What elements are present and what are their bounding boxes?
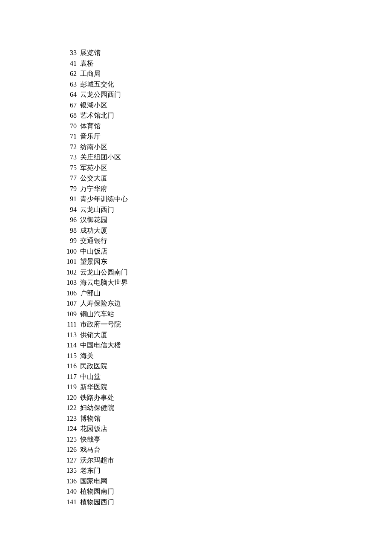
list-item: 79万宁华府	[62, 184, 392, 194]
list-item: 96汉御花园	[62, 215, 392, 225]
list-item-label: 国家电网	[80, 476, 107, 487]
list-item-number: 127	[62, 455, 77, 466]
list-item-number: 100	[62, 246, 77, 257]
list-item-label: 户部山	[80, 288, 101, 299]
list-item-number: 141	[62, 497, 77, 508]
list-item: 101望景园东	[62, 257, 392, 267]
list-item: 68艺术馆北门	[62, 110, 392, 121]
list-item: 116民政医院	[62, 361, 392, 372]
list-item: 120铁路办事处	[62, 393, 392, 403]
list-item-label: 军苑小区	[80, 163, 107, 173]
list-item-number: 68	[62, 110, 77, 121]
list-item: 99交通银行	[62, 236, 392, 246]
list-item-number: 109	[62, 309, 77, 320]
list-item: 94云龙山西门	[62, 205, 392, 215]
list-item-label: 公交大厦	[80, 173, 107, 184]
list-item-label: 万宁华府	[80, 184, 107, 194]
list-item-label: 植物园西门	[80, 497, 114, 508]
list-item-number: 123	[62, 413, 77, 424]
list-item-label: 体育馆	[80, 121, 101, 132]
list-item: 71音乐厅	[62, 131, 392, 142]
list-item-number: 62	[62, 69, 77, 79]
list-item-number: 120	[62, 393, 77, 403]
list-item-label: 展览馆	[80, 48, 101, 58]
list-item-number: 79	[62, 184, 77, 194]
list-item: 98成功大厦	[62, 225, 392, 236]
list-item-label: 音乐厅	[80, 131, 101, 142]
list-item: 135老东门	[62, 465, 392, 476]
list-item-label: 戏马台	[80, 445, 101, 455]
list-item-label: 新华医院	[80, 382, 107, 393]
list-item-label: 纺南小区	[80, 142, 107, 153]
list-item: 119新华医院	[62, 382, 392, 393]
list-item-number: 77	[62, 173, 77, 184]
list-item-number: 102	[62, 267, 77, 278]
list-item-number: 103	[62, 278, 77, 288]
list-item: 124花园饭店	[62, 424, 392, 434]
list-item: 72纺南小区	[62, 142, 392, 153]
list-item: 41袁桥	[62, 58, 392, 69]
list-item: 123博物馆	[62, 413, 392, 424]
list-item: 63彭城五交化	[62, 79, 392, 90]
list-item-number: 124	[62, 424, 77, 434]
list-item: 91青少年训练中心	[62, 194, 392, 205]
location-list: 33展览馆41袁桥62工商局63彭城五交化64云龙公园西门67银湖小区68艺术馆…	[0, 0, 392, 507]
list-item: 140植物园南门	[62, 486, 392, 497]
list-item-label: 人寿保险东边	[80, 298, 121, 309]
list-item-label: 中国电信大楼	[80, 340, 121, 351]
list-item: 127沃尔玛超市	[62, 455, 392, 466]
list-item: 102云龙山公园南门	[62, 267, 392, 278]
list-item-label: 植物园南门	[80, 486, 114, 497]
list-item-label: 望景园东	[80, 257, 107, 267]
list-item-number: 64	[62, 90, 77, 100]
list-item: 33展览馆	[62, 48, 392, 58]
list-item: 126戏马台	[62, 445, 392, 455]
list-item-label: 工商局	[80, 69, 101, 79]
list-item-label: 中山饭店	[80, 246, 107, 257]
list-item-number: 70	[62, 121, 77, 132]
list-item-label: 铜山汽车站	[80, 309, 114, 320]
list-item-label: 云龙山公园南门	[80, 267, 128, 278]
list-item: 117中山堂	[62, 372, 392, 382]
list-item-label: 交通银行	[80, 236, 107, 246]
list-item-number: 75	[62, 163, 77, 173]
list-item-number: 114	[62, 340, 77, 351]
list-item-number: 41	[62, 58, 77, 69]
list-item: 70体育馆	[62, 121, 392, 132]
list-item-label: 中山堂	[80, 372, 101, 382]
list-item-number: 119	[62, 382, 77, 393]
list-item-number: 96	[62, 215, 77, 225]
list-item-number: 113	[62, 330, 77, 341]
list-item: 64云龙公园西门	[62, 90, 392, 100]
list-item-label: 艺术馆北门	[80, 110, 114, 121]
list-item: 113供销大厦	[62, 330, 392, 341]
list-item-number: 98	[62, 225, 77, 236]
list-item-label: 云龙公园西门	[80, 90, 121, 100]
list-item-number: 107	[62, 298, 77, 309]
list-item-number: 140	[62, 486, 77, 497]
list-item-label: 妇幼保健院	[80, 403, 114, 413]
list-item: 107人寿保险东边	[62, 298, 392, 309]
list-item-number: 111	[62, 319, 77, 330]
list-item-label: 银湖小区	[80, 100, 107, 111]
list-item: 141植物园西门	[62, 497, 392, 508]
list-item: 67银湖小区	[62, 100, 392, 111]
list-item-number: 106	[62, 288, 77, 299]
list-item-number: 71	[62, 131, 77, 142]
list-item: 114中国电信大楼	[62, 340, 392, 351]
list-item-label: 彭城五交化	[80, 79, 114, 90]
list-item-number: 117	[62, 372, 77, 382]
list-item-number: 135	[62, 465, 77, 476]
list-item-number: 116	[62, 361, 77, 372]
list-item-number: 126	[62, 445, 77, 455]
list-item-label: 青少年训练中心	[80, 194, 128, 205]
list-item-label: 花园饭店	[80, 424, 107, 434]
list-item-number: 72	[62, 142, 77, 153]
list-item-number: 99	[62, 236, 77, 246]
list-item-label: 袁桥	[80, 58, 94, 69]
list-item-label: 汉御花园	[80, 215, 107, 225]
list-item-number: 94	[62, 205, 77, 215]
list-item-number: 67	[62, 100, 77, 111]
list-item: 75军苑小区	[62, 163, 392, 173]
list-item-number: 136	[62, 476, 77, 487]
